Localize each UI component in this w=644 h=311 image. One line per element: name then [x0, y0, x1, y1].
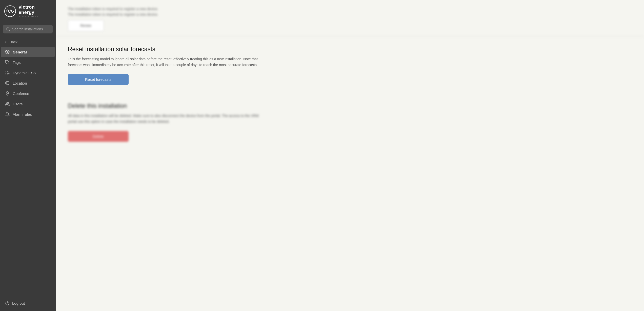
- sidebar-item-alarm-rules[interactable]: Alarm rules: [1, 109, 55, 119]
- blurred-top-text: The installation token is required to re…: [68, 6, 632, 17]
- svg-point-3: [7, 51, 8, 53]
- sidebar-item-general[interactable]: General: [1, 47, 55, 57]
- reset-section-title: Reset installation solar forecasts: [68, 46, 632, 53]
- svg-point-16: [7, 92, 8, 93]
- brand-name: victron energy: [19, 5, 52, 15]
- nav-section: Back General Tags Dynamic ESS: [0, 37, 56, 295]
- delete-section-title: Delete this installation: [68, 102, 632, 109]
- sidebar-item-location[interactable]: Location: [1, 78, 55, 88]
- gear-icon: [5, 50, 10, 54]
- back-button[interactable]: Back: [0, 37, 56, 47]
- svg-point-1: [7, 28, 9, 30]
- power-icon: [5, 301, 10, 305]
- sidebar-item-general-label: General: [13, 50, 27, 54]
- reset-section-description: Tells the forecasting model to ignore al…: [68, 56, 265, 68]
- globe-icon: [5, 81, 10, 85]
- bell-icon: [5, 112, 10, 116]
- geofence-icon: [5, 91, 10, 96]
- victron-logo-icon: [4, 5, 16, 17]
- sidebar: victron energy BLUE POWER Back General: [0, 0, 56, 311]
- svg-line-2: [9, 30, 10, 31]
- tag-icon: [5, 60, 10, 65]
- chevron-left-icon: [4, 40, 8, 44]
- logout-label: Log out: [12, 301, 25, 305]
- blurred-top-section: The installation token is required to re…: [56, 0, 644, 36]
- sidebar-item-tags-label: Tags: [13, 60, 21, 65]
- brand-tagline: BLUE POWER: [19, 15, 52, 18]
- sidebar-item-tags[interactable]: Tags: [1, 57, 55, 67]
- search-icon: [6, 27, 10, 31]
- sliders-icon: [5, 70, 10, 75]
- delete-section: Delete this installation All data in thi…: [56, 93, 644, 150]
- search-box[interactable]: [3, 25, 53, 33]
- sidebar-item-users[interactable]: Users: [1, 99, 55, 109]
- sidebar-item-geofence[interactable]: Geofence: [1, 88, 55, 99]
- delete-section-description: All data in this installation will be de…: [68, 113, 265, 125]
- logo-area: victron energy BLUE POWER: [0, 0, 56, 22]
- reset-forecasts-button[interactable]: Reset forecasts: [68, 74, 129, 85]
- sidebar-footer: Log out: [0, 295, 56, 311]
- sidebar-item-dynamic-ess-label: Dynamic ESS: [13, 71, 36, 75]
- back-label: Back: [10, 40, 17, 44]
- renew-button-blurred: Renew: [68, 20, 104, 31]
- sidebar-item-location-label: Location: [13, 81, 27, 85]
- main-content: The installation token is required to re…: [56, 0, 644, 311]
- search-input[interactable]: [12, 27, 50, 31]
- svg-point-17: [6, 102, 8, 104]
- delete-button[interactable]: Delete: [68, 131, 129, 142]
- sidebar-item-geofence-label: Geofence: [13, 91, 29, 96]
- users-icon: [5, 102, 10, 106]
- sidebar-item-users-label: Users: [13, 102, 23, 106]
- sidebar-item-dynamic-ess[interactable]: Dynamic ESS: [1, 68, 55, 78]
- reset-forecasts-section: Reset installation solar forecasts Tells…: [56, 36, 644, 93]
- sidebar-item-alarm-rules-label: Alarm rules: [13, 112, 32, 116]
- logout-button[interactable]: Log out: [4, 299, 52, 307]
